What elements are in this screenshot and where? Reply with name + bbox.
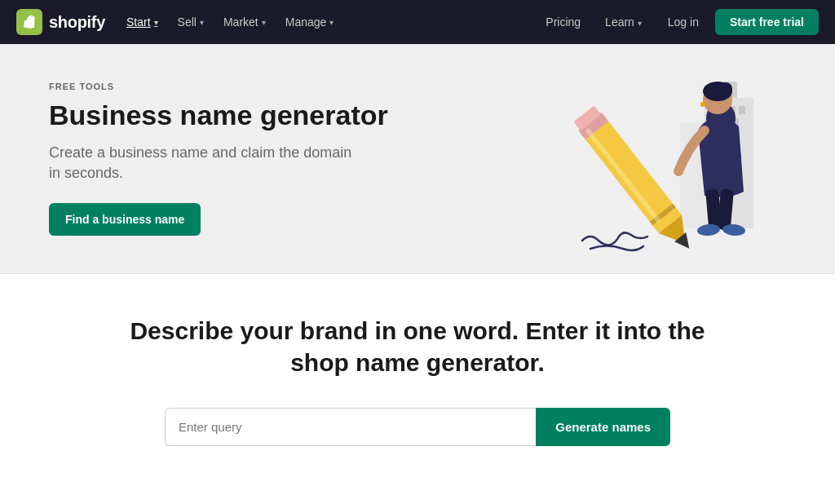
- chevron-down-icon: ▾: [638, 19, 642, 28]
- hero-title: Business name generator: [49, 99, 388, 131]
- svg-rect-4: [739, 106, 745, 114]
- generate-names-button[interactable]: Generate names: [536, 408, 670, 446]
- illustration-svg: [476, 49, 786, 269]
- hero-tag: FREE TOOLS: [49, 82, 388, 91]
- nav-links: Start ▾ Sell ▾ Market ▾ Manage ▾: [118, 11, 342, 33]
- search-input[interactable]: [165, 408, 536, 446]
- hero-section: FREE TOOLS Business name generator Creat…: [0, 44, 835, 274]
- hero-illustration: [460, 44, 802, 273]
- svg-point-19: [700, 102, 705, 107]
- chevron-down-icon: ▾: [154, 18, 158, 27]
- logo-text: shopify: [49, 13, 105, 32]
- hero-content: FREE TOOLS Business name generator Creat…: [49, 82, 388, 236]
- logo[interactable]: shopify: [16, 9, 105, 35]
- svg-point-18: [719, 82, 732, 95]
- nav-learn[interactable]: Learn ▾: [595, 11, 652, 33]
- start-trial-button[interactable]: Start free trial: [715, 9, 819, 35]
- nav-login[interactable]: Log in: [656, 11, 710, 33]
- nav-item-start[interactable]: Start ▾: [118, 11, 166, 33]
- shopify-logo-icon: [16, 9, 42, 35]
- nav-item-manage[interactable]: Manage ▾: [277, 11, 342, 33]
- main-heading: Describe your brand in one word. Enter i…: [108, 315, 727, 378]
- nav-right: Pricing Learn ▾ Log in Start free trial: [536, 9, 819, 35]
- chevron-down-icon: ▾: [329, 18, 334, 27]
- nav-item-market[interactable]: Market ▾: [215, 11, 274, 33]
- search-area: Generate names: [165, 408, 670, 446]
- chevron-down-icon: ▾: [200, 18, 204, 27]
- navbar: shopify Start ▾ Sell ▾ Market ▾ Manage ▾…: [0, 0, 835, 44]
- chevron-down-icon: ▾: [262, 18, 266, 27]
- hero-subtitle: Create a business name and claim the dom…: [49, 143, 359, 183]
- find-business-name-button[interactable]: Find a business name: [49, 203, 201, 236]
- nav-pricing[interactable]: Pricing: [536, 11, 590, 33]
- nav-item-sell[interactable]: Sell ▾: [170, 11, 212, 33]
- main-section: Describe your brand in one word. Enter i…: [0, 274, 835, 479]
